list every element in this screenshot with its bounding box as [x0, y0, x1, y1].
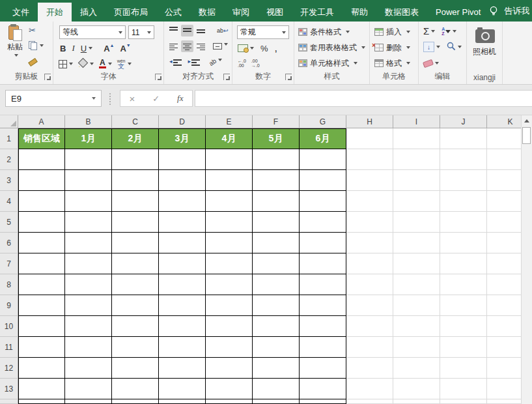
decrease-indent-button[interactable]: ◂	[167, 56, 184, 68]
cancel-button[interactable]: ×	[129, 93, 135, 104]
cell[interactable]	[206, 149, 253, 170]
cell[interactable]	[253, 295, 300, 316]
formula-input[interactable]	[195, 90, 532, 107]
scrollbar-thumb[interactable]	[522, 127, 531, 144]
clipboard-dialog-launcher[interactable]	[44, 74, 51, 80]
cell[interactable]	[18, 295, 65, 316]
cell[interactable]	[440, 274, 487, 295]
header-cell[interactable]: 3月	[159, 128, 206, 149]
menu-tab[interactable]: 页面布局	[105, 3, 156, 22]
cell[interactable]	[253, 253, 300, 274]
align-top-button[interactable]	[167, 25, 180, 36]
cell[interactable]	[253, 274, 300, 295]
number-dialog-launcher[interactable]	[285, 74, 292, 80]
cell[interactable]	[487, 399, 521, 404]
cell[interactable]	[440, 399, 487, 404]
font-name-select[interactable]: 等线	[59, 25, 126, 39]
cell[interactable]	[300, 170, 346, 191]
row-header[interactable]: 3	[0, 170, 18, 191]
cell[interactable]	[206, 212, 253, 233]
cell[interactable]	[159, 274, 206, 295]
scrollbar-up-button[interactable]	[522, 115, 532, 126]
column-header[interactable]: F	[253, 115, 300, 128]
conditional-formatting-button[interactable]: 条件格式	[298, 25, 350, 38]
cell[interactable]	[440, 379, 487, 399]
cell[interactable]	[112, 149, 159, 170]
fill-button[interactable]: ↓	[423, 42, 440, 52]
bold-button[interactable]: B	[60, 44, 66, 53]
cell[interactable]	[393, 233, 440, 253]
cell[interactable]	[18, 316, 65, 337]
fill-color-button[interactable]	[78, 59, 94, 68]
menu-tab[interactable]: 开发工具	[292, 3, 343, 22]
cell[interactable]	[346, 212, 393, 233]
cell[interactable]	[393, 253, 440, 274]
copy-button[interactable]	[29, 40, 44, 51]
cell[interactable]	[159, 379, 206, 399]
cell[interactable]	[65, 295, 112, 316]
name-box[interactable]: E9	[5, 90, 102, 107]
row-header[interactable]: 12	[0, 358, 18, 379]
row-header[interactable]: 1	[0, 128, 18, 149]
number-format-select[interactable]: 常规	[237, 25, 289, 39]
cell[interactable]	[487, 274, 521, 295]
menu-tab[interactable]: 插入	[72, 3, 105, 22]
font-size-select[interactable]: 11	[128, 25, 154, 39]
cell[interactable]	[206, 399, 253, 404]
cell[interactable]	[393, 295, 440, 316]
cell[interactable]	[393, 316, 440, 337]
tell-me-label[interactable]: 告诉我	[504, 5, 529, 17]
format-painter-button[interactable]	[29, 55, 44, 66]
select-all-button[interactable]	[0, 115, 18, 128]
cell[interactable]	[65, 358, 112, 379]
cell[interactable]	[159, 149, 206, 170]
header-cell[interactable]: 1月	[65, 128, 112, 149]
cell[interactable]	[346, 316, 393, 337]
row-header[interactable]: 13	[0, 379, 18, 399]
cell[interactable]	[206, 170, 253, 191]
cell[interactable]	[487, 337, 521, 358]
cell[interactable]	[440, 170, 487, 191]
cell[interactable]	[206, 253, 253, 274]
cell[interactable]	[159, 316, 206, 337]
cell[interactable]	[18, 274, 65, 295]
cell[interactable]	[346, 399, 393, 404]
cell[interactable]	[253, 233, 300, 253]
cell[interactable]	[112, 212, 159, 233]
cell[interactable]	[487, 379, 521, 399]
row-header[interactable]: 4	[0, 191, 18, 212]
cell[interactable]	[300, 212, 346, 233]
percent-style-button[interactable]: %	[260, 44, 268, 53]
cell[interactable]	[440, 149, 487, 170]
column-header[interactable]: C	[112, 115, 159, 128]
row-header[interactable]: 8	[0, 274, 18, 295]
cell[interactable]	[206, 316, 253, 337]
cell[interactable]	[346, 295, 393, 316]
format-cells-button[interactable]: 格式	[374, 57, 410, 70]
cell[interactable]	[300, 399, 346, 404]
menu-tab[interactable]: 审阅	[224, 3, 258, 22]
cell[interactable]	[253, 212, 300, 233]
vertical-scrollbar[interactable]	[521, 115, 532, 404]
cell[interactable]	[487, 128, 521, 149]
menu-tab[interactable]: 数据图表	[376, 3, 427, 22]
cell[interactable]	[112, 170, 159, 191]
cell[interactable]	[112, 253, 159, 274]
cell[interactable]	[393, 274, 440, 295]
cell[interactable]	[346, 337, 393, 358]
cell[interactable]	[65, 253, 112, 274]
cell[interactable]	[65, 274, 112, 295]
cell[interactable]	[487, 316, 521, 337]
phonetic-button[interactable]: wén文	[117, 59, 132, 70]
menu-tab[interactable]: 帮助	[343, 3, 376, 22]
cell[interactable]	[487, 233, 521, 253]
cell[interactable]	[393, 212, 440, 233]
column-header[interactable]: B	[65, 115, 112, 128]
cell[interactable]	[487, 212, 521, 233]
cell[interactable]	[346, 253, 393, 274]
menu-tab[interactable]: Power Pivot	[427, 3, 489, 22]
cell[interactable]	[206, 274, 253, 295]
font-color-button[interactable]: A	[99, 59, 112, 68]
cell[interactable]	[65, 316, 112, 337]
cell[interactable]	[65, 399, 112, 404]
